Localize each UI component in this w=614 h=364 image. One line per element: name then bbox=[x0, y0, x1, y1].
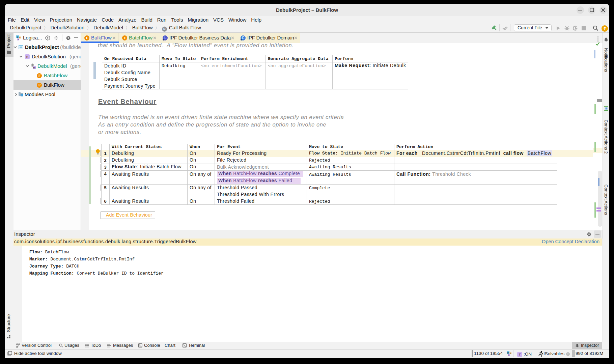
svg-text:S: S bbox=[26, 55, 28, 59]
svg-text:L: L bbox=[164, 36, 166, 40]
svg-text:T: T bbox=[519, 353, 521, 356]
svg-text:F: F bbox=[38, 74, 41, 78]
svg-text:D: D bbox=[507, 352, 509, 354]
svg-text:E: E bbox=[242, 36, 245, 40]
svg-text:D: D bbox=[17, 36, 19, 38]
svg-text:S: S bbox=[18, 38, 19, 40]
svg-text:M: M bbox=[33, 66, 35, 69]
svg-text:S: S bbox=[508, 354, 509, 356]
svg-text:F: F bbox=[38, 83, 41, 87]
svg-text:F: F bbox=[124, 36, 126, 40]
svg-text:F: F bbox=[86, 36, 88, 40]
